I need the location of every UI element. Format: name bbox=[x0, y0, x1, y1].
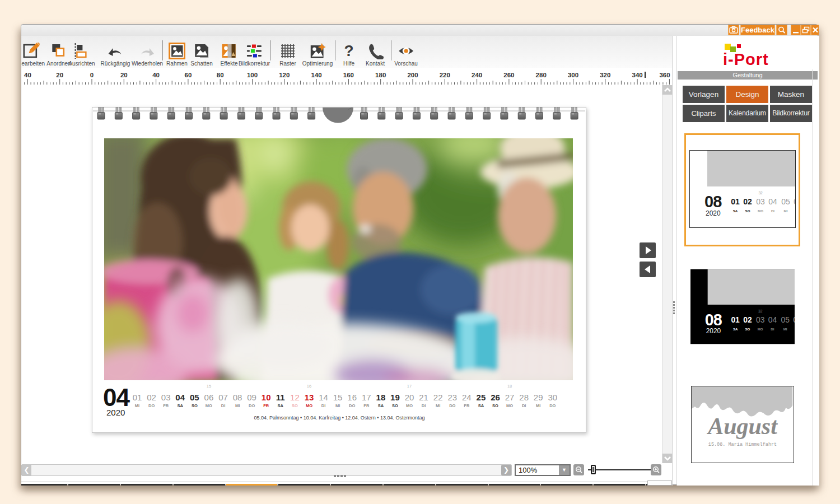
svg-text:10: 10 bbox=[262, 393, 271, 402]
svg-text:SA: SA bbox=[733, 327, 738, 331]
svg-text:MO: MO bbox=[758, 209, 763, 213]
svg-text:04: 04 bbox=[768, 197, 777, 206]
svg-text:DI: DI bbox=[771, 209, 774, 213]
svg-text:15: 15 bbox=[207, 384, 211, 389]
svg-text:02: 02 bbox=[147, 393, 156, 402]
svg-text:15: 15 bbox=[333, 393, 343, 402]
svg-text:17: 17 bbox=[362, 393, 371, 402]
svg-text:03: 03 bbox=[756, 197, 765, 206]
svg-text:60: 60 bbox=[185, 72, 192, 78]
svg-text:18: 18 bbox=[376, 393, 386, 402]
svg-text:03: 03 bbox=[756, 315, 765, 324]
svg-text:August: August bbox=[706, 413, 778, 439]
svg-text:MO: MO bbox=[758, 327, 763, 331]
svg-text:?: ? bbox=[344, 43, 353, 59]
svg-text:14: 14 bbox=[319, 393, 328, 402]
svg-text:19: 19 bbox=[390, 393, 400, 402]
svg-text:18: 18 bbox=[507, 384, 512, 389]
svg-text:DI: DI bbox=[422, 403, 426, 408]
svg-text:04: 04 bbox=[768, 315, 777, 324]
svg-text:2020: 2020 bbox=[706, 327, 721, 335]
svg-text:DI: DI bbox=[321, 403, 326, 408]
svg-text:200: 200 bbox=[407, 72, 418, 78]
svg-text:32: 32 bbox=[758, 309, 763, 313]
svg-text:MO: MO bbox=[306, 403, 312, 408]
svg-text:06: 06 bbox=[204, 393, 214, 402]
svg-text:DI: DI bbox=[221, 403, 226, 408]
svg-text:05: 05 bbox=[781, 315, 790, 324]
svg-text:360: 360 bbox=[659, 72, 670, 78]
svg-text:13: 13 bbox=[305, 393, 314, 402]
svg-text:06: 06 bbox=[794, 197, 795, 206]
svg-text:SA: SA bbox=[733, 209, 738, 213]
svg-text:120: 120 bbox=[279, 72, 290, 78]
svg-text:MI: MI bbox=[783, 327, 787, 331]
svg-text:26: 26 bbox=[491, 393, 500, 402]
svg-text:240: 240 bbox=[472, 72, 482, 78]
svg-text:16: 16 bbox=[347, 393, 357, 402]
svg-text:FR: FR bbox=[263, 403, 269, 408]
svg-text:01: 01 bbox=[133, 393, 142, 402]
svg-text:17: 17 bbox=[407, 384, 412, 389]
svg-text:DI: DI bbox=[522, 403, 526, 408]
svg-text:09: 09 bbox=[247, 393, 256, 402]
svg-text:280: 280 bbox=[536, 72, 547, 78]
svg-text:05: 05 bbox=[190, 393, 199, 402]
svg-text:29: 29 bbox=[534, 393, 543, 402]
svg-text:23: 23 bbox=[447, 393, 457, 402]
svg-text:08: 08 bbox=[704, 193, 722, 211]
svg-text:MO: MO bbox=[206, 403, 212, 408]
svg-text:SO: SO bbox=[192, 403, 198, 408]
svg-text:15.08. Maria Himmelfahrt: 15.08. Maria Himmelfahrt bbox=[708, 442, 777, 447]
svg-text:100: 100 bbox=[247, 72, 258, 78]
svg-text:28: 28 bbox=[519, 393, 529, 402]
svg-text:MI: MI bbox=[784, 209, 788, 213]
svg-text:MO: MO bbox=[506, 403, 513, 408]
svg-text:01: 01 bbox=[731, 315, 740, 324]
svg-text:FR: FR bbox=[464, 403, 470, 408]
svg-text:DO: DO bbox=[249, 403, 255, 408]
svg-text:02: 02 bbox=[743, 315, 752, 324]
svg-text:80: 80 bbox=[217, 72, 224, 78]
svg-text:21: 21 bbox=[419, 393, 428, 402]
svg-text:DO: DO bbox=[449, 403, 455, 408]
svg-text:140: 140 bbox=[311, 72, 322, 78]
svg-text:SA: SA bbox=[177, 403, 183, 408]
svg-text:11: 11 bbox=[276, 393, 285, 402]
svg-text:MI: MI bbox=[436, 403, 440, 408]
svg-text:20: 20 bbox=[120, 72, 128, 78]
svg-text:MO: MO bbox=[406, 403, 413, 408]
svg-text:08: 08 bbox=[233, 393, 242, 402]
svg-text:22: 22 bbox=[433, 393, 443, 402]
svg-text:DI: DI bbox=[771, 327, 774, 331]
svg-text:SO: SO bbox=[492, 403, 498, 408]
svg-text:MI: MI bbox=[335, 403, 340, 408]
svg-text:02: 02 bbox=[743, 197, 752, 206]
svg-text:04: 04 bbox=[175, 393, 185, 402]
svg-text:27: 27 bbox=[505, 393, 515, 402]
svg-text:40: 40 bbox=[152, 72, 160, 78]
svg-text:300: 300 bbox=[568, 72, 578, 78]
svg-text:SO: SO bbox=[745, 209, 750, 213]
svg-text:220: 220 bbox=[440, 72, 450, 78]
svg-text:16: 16 bbox=[307, 384, 311, 389]
svg-text:40: 40 bbox=[24, 72, 31, 78]
svg-text:DO: DO bbox=[549, 403, 556, 408]
svg-text:SO: SO bbox=[745, 327, 750, 331]
svg-text:08: 08 bbox=[705, 311, 722, 329]
svg-text:SO: SO bbox=[392, 403, 398, 408]
svg-text:30: 30 bbox=[548, 393, 557, 402]
svg-text:180: 180 bbox=[375, 72, 386, 78]
svg-text:05.04. Palmsonntag • 10.04. Ka: 05.04. Palmsonntag • 10.04. Karfreitag •… bbox=[254, 415, 424, 421]
svg-text:SA: SA bbox=[278, 403, 284, 408]
svg-text:SO: SO bbox=[292, 403, 298, 408]
svg-text:06: 06 bbox=[793, 315, 795, 324]
svg-text:01: 01 bbox=[731, 197, 740, 206]
svg-text:MI: MI bbox=[235, 403, 240, 408]
svg-text:MI: MI bbox=[536, 403, 540, 408]
svg-text:DO: DO bbox=[148, 403, 155, 408]
svg-text:FR: FR bbox=[163, 403, 169, 408]
svg-text:20: 20 bbox=[405, 393, 414, 402]
svg-text:03: 03 bbox=[161, 393, 171, 402]
svg-text:160: 160 bbox=[343, 72, 354, 78]
